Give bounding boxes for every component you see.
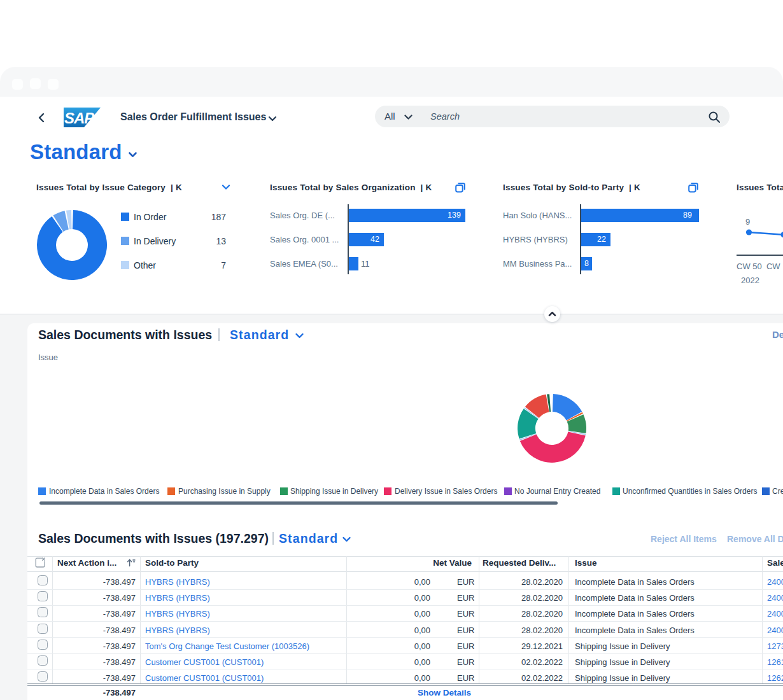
svg-text:SAP: SAP [64, 109, 95, 127]
